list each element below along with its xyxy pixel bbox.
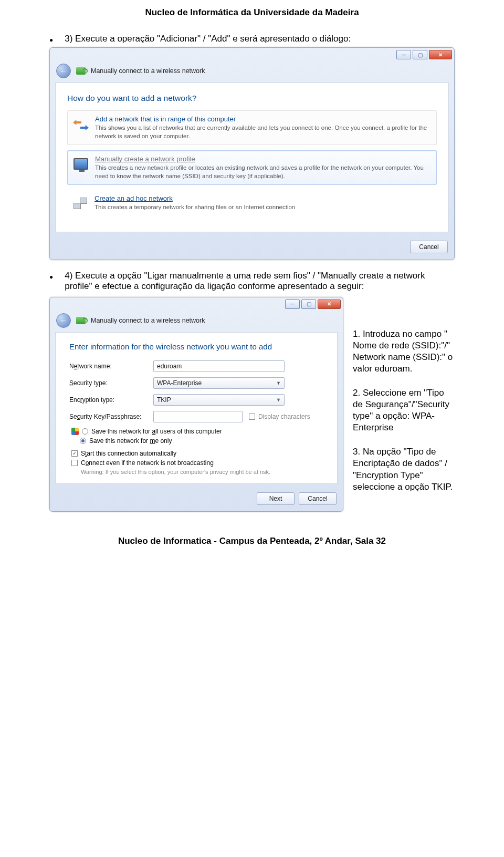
label-encryption-type: Encryption type: (69, 396, 153, 404)
option1-title: Add a network that is in range of this c… (95, 115, 432, 123)
shell-header: ← Manually connect to a wireless network (50, 61, 454, 82)
option-add-in-range[interactable]: Add a network that is in range of this c… (67, 110, 437, 145)
option2-desc: This creates a new network profile or lo… (95, 164, 432, 180)
label-connect-hidden: Connect even if the network is not broad… (81, 459, 214, 467)
maximize-button[interactable]: ▢ (413, 50, 427, 59)
close-button[interactable]: ✕ (429, 50, 452, 59)
select-value: TKIP (157, 396, 171, 404)
titlebar: ─ ▢ ✕ (50, 48, 454, 61)
step3-text: 3) Execute a operação "Adicionar" / "Add… (65, 34, 351, 44)
minimize-button[interactable]: ─ (285, 300, 300, 309)
back-button[interactable]: ← (56, 64, 71, 78)
note-1: 1. Introduza no campo " Nome de rede (SS… (353, 328, 455, 375)
chevron-down-icon: ▼ (276, 397, 281, 402)
step3-line: ● 3) Execute a operação "Adicionar" / "A… (49, 34, 455, 44)
option1-desc: This shows you a list of networks that a… (95, 124, 432, 140)
dialog-body: How do you want to add a network? Add a … (55, 82, 449, 232)
radio-all-users[interactable] (82, 428, 88, 435)
page-footer: Nucleo de Informatica - Campus da Pentea… (0, 536, 504, 546)
cancel-button[interactable]: Cancel (299, 492, 337, 505)
label-network-name: Network name: (69, 363, 153, 370)
select-value: WPA-Enterprise (157, 379, 202, 387)
option-manual-profile[interactable]: Manually create a network profile This c… (67, 150, 437, 185)
minimize-button[interactable]: ─ (396, 50, 411, 59)
step4-line: ● 4) Execute a opção "Ligar manualmente … (49, 271, 455, 292)
close-button[interactable]: ✕ (318, 300, 341, 309)
next-button[interactable]: Next (257, 492, 295, 505)
label-security-type: Security type: (69, 379, 153, 387)
option3-desc: This creates a temporary network for sha… (94, 203, 433, 212)
option-adhoc[interactable]: Create an ad hoc network This creates a … (67, 190, 437, 216)
page-header: Nucleo de Informática da Universidade da… (0, 0, 504, 23)
cancel-button[interactable]: Cancel (410, 241, 448, 253)
bullet-icon: ● (49, 36, 53, 44)
shell-title: Manually connect to a wireless network (91, 317, 205, 324)
checkbox-auto-connect[interactable] (71, 450, 78, 457)
dialog-body: Enter information for the wireless netwo… (55, 332, 338, 484)
bullet-icon: ● (49, 273, 53, 281)
shield-icon (71, 428, 79, 435)
wireless-icon (76, 317, 86, 324)
adhoc-icon (71, 194, 89, 212)
dialog-heading: How do you want to add a network? (67, 94, 437, 103)
step4-text: 4) Execute a opção "Ligar manualmente a … (65, 271, 455, 292)
dialog-add-network: ─ ▢ ✕ ← Manually connect to a wireless n… (49, 47, 455, 260)
option3-title: Create an ad hoc network (94, 194, 433, 202)
radio-me-only[interactable] (80, 438, 86, 444)
label-me-only: Save this network for me only (89, 437, 172, 445)
select-security-type[interactable]: WPA-Enterprise ▼ (153, 377, 285, 389)
option2-title: Manually create a network profile (95, 155, 432, 163)
shell-title: Manually connect to a wireless network (91, 67, 205, 75)
button-row: Cancel (50, 238, 454, 260)
input-security-key[interactable] (153, 411, 243, 422)
label-display-chars: Display characters (258, 413, 310, 420)
warning-text: Warning: If you select this option, your… (81, 469, 323, 475)
chevron-down-icon: ▼ (276, 380, 281, 386)
label-security-key: Security Key/Passphrase: (69, 413, 153, 420)
maximize-button[interactable]: ▢ (301, 300, 316, 309)
arrows-icon (72, 115, 90, 133)
dialog-heading: Enter information for the wireless netwo… (69, 342, 323, 351)
titlebar: ─ ▢ ✕ (50, 297, 343, 311)
wireless-icon (76, 67, 86, 75)
note-3: 3. Na opção "Tipo de Encriptação de dado… (353, 446, 455, 492)
label-all-users: Save this network for all users of this … (91, 428, 222, 435)
select-encryption-type[interactable]: TKIP ▼ (153, 394, 285, 406)
note-2: 2. Seleccione em "Tipo de Segurança"/"Se… (353, 387, 455, 433)
button-row: Next Cancel (50, 489, 343, 511)
instruction-notes: 1. Introduza no campo " Nome de rede (SS… (353, 295, 455, 505)
checkbox-display-chars[interactable] (249, 414, 255, 420)
label-auto-connect: Start this connection automatically (81, 450, 176, 457)
checkbox-connect-hidden[interactable] (71, 460, 78, 466)
monitor-icon (72, 155, 90, 173)
dialog-enter-info: ─ ▢ ✕ ← Manually connect to a wireless n… (49, 297, 343, 512)
shell-header: ← Manually connect to a wireless network (50, 311, 343, 332)
input-network-name[interactable]: eduroam (153, 360, 285, 372)
back-button[interactable]: ← (56, 313, 71, 328)
